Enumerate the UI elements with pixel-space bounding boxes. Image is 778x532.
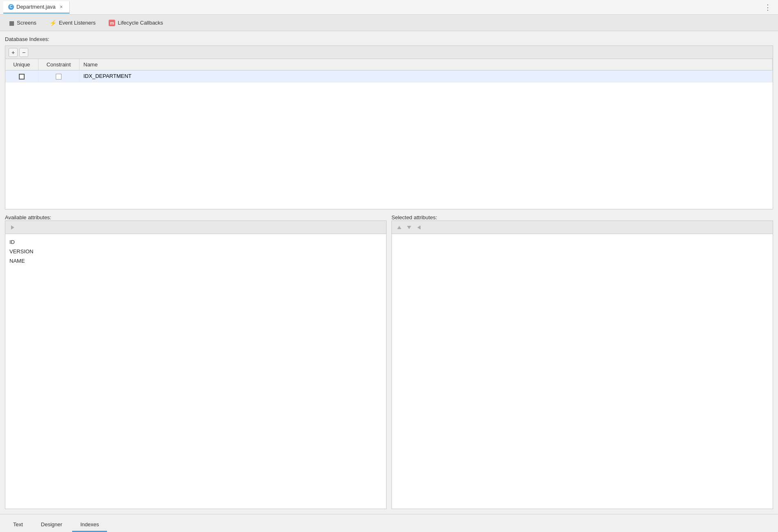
available-attributes-panel: ID VERSION NAME	[5, 221, 387, 509]
constraint-checkbox[interactable]	[56, 74, 61, 80]
db-indexes-section: + − Unique Constraint Name	[5, 45, 773, 209]
selected-attributes-label: Selected attributes:	[391, 214, 437, 221]
constraint-cell[interactable]	[38, 70, 79, 82]
tab-area: C Department.java ×	[3, 1, 70, 14]
triangle-up-icon	[397, 226, 401, 229]
file-tab-icon: C	[8, 4, 14, 10]
lifecycle-callbacks-icon: m	[109, 20, 115, 26]
title-bar: C Department.java × ⋮	[0, 0, 778, 15]
tab-lifecycle-callbacks-label: Lifecycle Callbacks	[118, 20, 163, 26]
bottom-tabs: Text Designer Indexes	[0, 514, 778, 532]
unique-checkbox[interactable]	[19, 74, 25, 80]
event-listeners-icon: ⚡	[50, 20, 57, 26]
available-attributes-toolbar	[5, 221, 386, 234]
move-left-button[interactable]	[415, 223, 423, 232]
file-tab-label: Department.java	[16, 4, 55, 10]
db-indexes-label: Database Indexes:	[5, 36, 773, 42]
tab-event-listeners[interactable]: ⚡ Event Listeners	[44, 17, 102, 29]
tab-screens[interactable]: ▦ Screens	[3, 17, 42, 29]
triangle-down-icon	[407, 226, 411, 229]
available-attributes-label: Available attributes:	[5, 214, 51, 221]
panels-row: ID VERSION NAME	[5, 221, 773, 509]
tab-text[interactable]: Text	[5, 518, 31, 532]
file-tab-close[interactable]: ×	[58, 4, 64, 10]
tab-lifecycle-callbacks[interactable]: m Lifecycle Callbacks	[103, 17, 169, 29]
tab-designer[interactable]: Designer	[33, 518, 71, 532]
panels-labels: Available attributes: Selected attribute…	[5, 214, 773, 221]
selected-attributes-panel	[391, 221, 773, 509]
screens-icon: ▦	[9, 20, 14, 26]
move-up-button[interactable]	[395, 223, 403, 232]
tab-screens-label: Screens	[17, 20, 36, 26]
selected-attributes-toolbar	[392, 221, 773, 234]
table-header-row: Unique Constraint Name	[5, 59, 773, 70]
attr-version[interactable]: VERSION	[9, 247, 383, 256]
indexes-table-container: Unique Constraint Name IDX_DEPARTMENT	[5, 59, 773, 209]
col-constraint: Constraint	[38, 59, 79, 70]
attr-name[interactable]: NAME	[9, 256, 383, 266]
triangle-right-icon	[11, 225, 14, 230]
tab-event-listeners-label: Event Listeners	[59, 20, 96, 26]
title-bar-menu[interactable]: ⋮	[761, 1, 775, 14]
main-content: Database Indexes: + − Unique Constraint …	[0, 31, 778, 514]
add-index-button[interactable]: +	[9, 48, 18, 57]
col-name: Name	[79, 59, 773, 70]
col-unique: Unique	[5, 59, 38, 70]
tool-tabs: ▦ Screens ⚡ Event Listeners m Lifecycle …	[0, 15, 778, 31]
indexes-toolbar: + −	[5, 46, 773, 59]
selected-attributes-label-wrapper: Selected attributes:	[391, 214, 773, 221]
indexes-table: Unique Constraint Name IDX_DEPARTMENT	[5, 59, 773, 82]
file-tab[interactable]: C Department.java ×	[3, 1, 70, 14]
available-attributes-label-wrapper: Available attributes:	[5, 214, 387, 221]
selected-attributes-content	[392, 234, 773, 509]
move-right-button[interactable]	[9, 223, 17, 232]
move-down-button[interactable]	[405, 223, 413, 232]
unique-cell[interactable]	[5, 70, 38, 82]
available-attributes-content: ID VERSION NAME	[5, 234, 386, 509]
triangle-left-icon	[417, 225, 421, 230]
tab-indexes[interactable]: Indexes	[72, 518, 107, 532]
table-row[interactable]: IDX_DEPARTMENT	[5, 70, 773, 82]
attr-id[interactable]: ID	[9, 237, 383, 247]
remove-index-button[interactable]: −	[19, 48, 28, 57]
name-cell: IDX_DEPARTMENT	[79, 70, 773, 82]
